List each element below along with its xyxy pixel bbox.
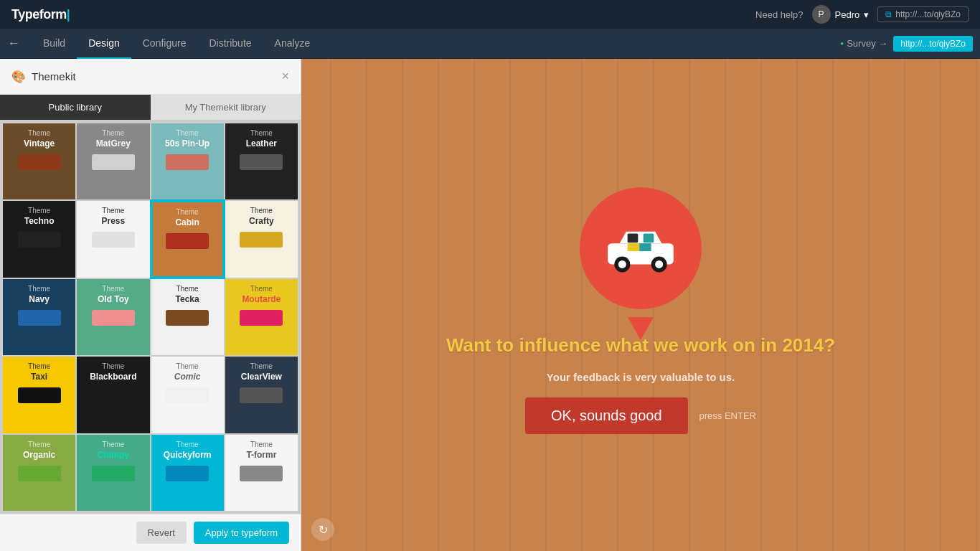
theme-card-tformr[interactable]: Theme T-formr <box>225 435 298 511</box>
theme-card-sub: Theme <box>176 129 199 137</box>
theme-card-cabin[interactable]: Theme Cabin <box>151 201 224 277</box>
theme-card-title: Moutarde <box>242 294 281 304</box>
theme-card-title: Taxi <box>31 372 47 382</box>
theme-swatch <box>166 387 209 403</box>
theme-swatch <box>166 154 209 170</box>
theme-card-blackboard[interactable]: Theme Blackboard <box>77 357 149 433</box>
main-area: 🎨 Themekit × Public library My Themekit … <box>0 59 980 551</box>
wood-grain-line <box>402 59 403 551</box>
wood-grain-line <box>366 59 367 551</box>
refresh-button[interactable]: ↻ <box>311 518 334 541</box>
theme-card-moutarde[interactable]: Theme Moutarde <box>225 279 298 355</box>
close-button[interactable]: × <box>281 69 289 84</box>
revert-button[interactable]: Revert <box>136 522 187 544</box>
theme-card-sub: Theme <box>28 129 50 137</box>
theme-card-title: Vintage <box>24 138 55 149</box>
theme-card-title: 50s Pin-Up <box>165 138 209 149</box>
apply-button[interactable]: Apply to typeform <box>194 522 289 544</box>
theme-card-crafty[interactable]: Theme Crafty <box>225 201 298 277</box>
ext-link-label: http://...to/qiyBZo <box>895 9 961 19</box>
theme-card-organic[interactable]: Theme Organic <box>3 435 75 511</box>
subnav-right: ● Survey → http://...to/qiyBZo <box>840 36 973 52</box>
theme-card-quickyform[interactable]: Theme Quickyform <box>151 435 224 511</box>
tab-public-library[interactable]: Public library <box>0 95 151 120</box>
car-circle <box>580 187 702 309</box>
theme-swatch <box>240 154 283 170</box>
user-menu[interactable]: P Pedro ▾ <box>812 5 870 24</box>
theme-card-50spinup[interactable]: Theme 50s Pin-Up <box>151 123 224 199</box>
theme-card-title: Cabin <box>175 217 199 227</box>
theme-swatch <box>18 310 61 326</box>
wood-background: Want to influence what we work on in 201… <box>301 59 980 551</box>
theme-card-title: Leather <box>246 138 277 149</box>
theme-card-title: Tecka <box>176 294 199 304</box>
sidebar: 🎨 Themekit × Public library My Themekit … <box>0 59 301 551</box>
external-link-icon: ⧉ <box>885 9 892 19</box>
theme-card-sub: Theme <box>28 441 50 448</box>
tab-configure[interactable]: Configure <box>131 29 198 59</box>
preview-content: Want to influence what we work on in 201… <box>446 176 835 434</box>
theme-card-techno[interactable]: Theme Techno <box>3 201 75 277</box>
bubble-tail <box>628 317 654 340</box>
theme-card-oldtoy[interactable]: Theme Old Toy <box>77 279 149 355</box>
wood-grain-line <box>438 59 439 551</box>
ext-link-button[interactable]: ⧉ http://...to/qiyBZo <box>877 6 969 22</box>
theme-card-title: Chimpy <box>98 450 129 460</box>
theme-swatch <box>240 310 283 326</box>
theme-swatch <box>92 387 135 403</box>
theme-card-chimpy[interactable]: Theme Chimpy <box>77 435 149 511</box>
tab-build[interactable]: Build <box>32 29 77 59</box>
theme-card-comic[interactable]: Theme Comic <box>151 357 224 433</box>
logo: Typeform| <box>11 7 70 22</box>
theme-card-leather[interactable]: Theme Leather <box>225 123 298 199</box>
wood-grain-line <box>940 59 941 551</box>
sidebar-title: 🎨 Themekit <box>11 70 76 83</box>
theme-card-sub: Theme <box>250 441 273 448</box>
car-bubble <box>569 176 712 320</box>
wood-grain-line <box>976 59 977 551</box>
svg-rect-1 <box>628 233 639 242</box>
theme-card-matgrey[interactable]: Theme MatGrey <box>77 123 149 199</box>
open-external-button[interactable]: http://...to/qiyBZo <box>893 36 973 52</box>
theme-card-sub: Theme <box>250 129 273 137</box>
theme-card-navy[interactable]: Theme Navy <box>3 279 75 355</box>
theme-card-vintage[interactable]: Theme Vintage <box>3 123 75 199</box>
help-text: Need help? <box>755 9 804 20</box>
theme-swatch <box>166 466 209 481</box>
theme-card-sub: Theme <box>102 362 124 370</box>
back-button[interactable]: ← <box>7 36 20 51</box>
theme-card-clearview[interactable]: Theme ClearView <box>225 357 298 433</box>
theme-card-sub: Theme <box>176 362 199 370</box>
theme-card-sub: Theme <box>176 441 199 448</box>
subnav: ← Build Design Configure Distribute Anal… <box>0 29 980 59</box>
theme-card-taxi[interactable]: Theme Taxi <box>3 357 75 433</box>
theme-card-title: T-formr <box>246 450 276 460</box>
theme-card-sub: Theme <box>102 207 124 215</box>
theme-card-title: Press <box>102 216 126 226</box>
press-enter-hint: press ENTER <box>699 410 756 421</box>
theme-card-title: MatGrey <box>96 138 131 149</box>
theme-card-title: Techno <box>24 216 55 226</box>
tab-distribute[interactable]: Distribute <box>197 29 263 59</box>
tab-analyze[interactable]: Analyze <box>263 29 322 59</box>
theme-swatch <box>92 466 135 481</box>
survey-dot: ● <box>840 40 844 47</box>
theme-card-sub: Theme <box>250 285 273 293</box>
theme-card-sub: Theme <box>28 285 50 293</box>
theme-card-press[interactable]: Theme Press <box>77 201 149 277</box>
theme-swatch <box>18 466 61 481</box>
svg-point-6 <box>618 260 626 268</box>
theme-card-title: Comic <box>174 372 201 382</box>
theme-swatch <box>166 310 209 326</box>
ok-button[interactable]: OK, sounds good <box>525 397 688 434</box>
survey-link: ● Survey → <box>840 38 887 49</box>
wood-grain-line <box>904 59 905 551</box>
tab-design[interactable]: Design <box>77 29 131 59</box>
theme-swatch <box>92 154 135 170</box>
theme-card-tecka[interactable]: Theme Tecka <box>151 279 224 355</box>
theme-card-title: Navy <box>29 294 50 304</box>
theme-swatch <box>240 387 283 403</box>
theme-swatch <box>18 387 61 403</box>
theme-card-sub: Theme <box>176 208 199 216</box>
tab-my-library[interactable]: My Themekit library <box>151 95 301 120</box>
